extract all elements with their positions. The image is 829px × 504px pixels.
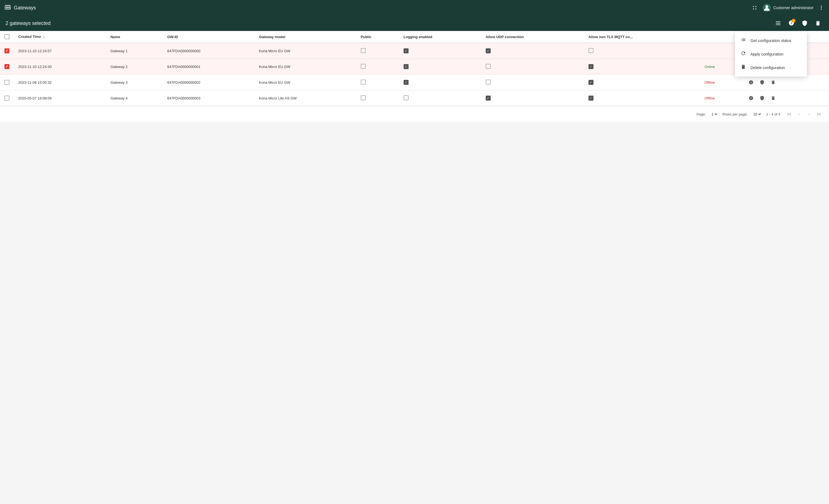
user-info[interactable]: Customer administrator [762,3,814,12]
row-allow-non-tls-checkbox[interactable] [588,95,593,101]
row-allow-udp-checkbox[interactable] [486,80,491,84]
pagination-range: 1 - 4 of 4 [766,112,780,116]
row-name: Gateway 4 [106,90,163,106]
prev-page-button[interactable]: ‹ [795,110,803,119]
svg-point-6 [765,5,768,8]
row-checkbox-cell[interactable] [0,90,14,106]
row-public[interactable] [356,90,399,106]
row-public[interactable] [356,59,399,75]
row-checkbox-cell[interactable] [0,75,14,90]
dropdown-item-apply-config-label: Apply configuration [751,52,783,56]
row-public[interactable] [356,75,399,90]
last-page-button[interactable]: ⏭ [815,110,824,119]
row-name: Gateway 1 [106,43,163,59]
row-info-icon[interactable] [747,78,755,87]
row-delete-icon[interactable] [769,78,778,87]
row-allow-udp-checkbox[interactable] [486,64,491,69]
dropdown-menu: Get configuration status Apply configura… [735,32,807,77]
row-logging-checkbox[interactable] [404,64,408,69]
row-allow-non-tls-checkbox[interactable] [588,64,593,69]
list-icon [741,37,746,44]
row-logging[interactable] [399,43,481,59]
row-logging[interactable] [399,75,481,90]
row-allow-non-tls[interactable] [584,90,700,106]
row-created-time: 2020-05-07 16:08:09 [14,90,106,106]
col-allow-non-tls[interactable]: Allow non TLS MQTT co... [584,31,700,43]
row-allow-udp[interactable] [481,43,584,59]
row-allow-udp[interactable] [481,59,584,75]
col-public[interactable]: Public [356,31,399,43]
row-allow-non-tls[interactable] [584,43,700,59]
col-gw-id[interactable]: GW-ID [163,31,255,43]
row-shield-icon[interactable] [758,94,766,103]
topnav-left: Gateways [4,4,36,11]
select-all-checkbox[interactable] [4,34,9,39]
row-public-checkbox[interactable] [361,80,366,84]
col-created-time[interactable]: Created Time ↓ [14,31,106,43]
row-allow-non-tls[interactable] [584,59,700,75]
svg-point-7 [821,6,822,7]
row-checkbox[interactable] [4,95,9,101]
dropdown-item-get-config-status[interactable]: Get configuration status [735,34,807,47]
user-name: Customer administrator [773,5,814,10]
col-name[interactable]: Name [106,31,163,43]
row-allow-udp[interactable] [481,75,584,90]
row-allow-udp[interactable] [481,90,584,106]
col-allow-udp-label: Allow UDP connection [486,35,524,39]
col-gateway-model[interactable]: Gateway model [255,31,356,43]
row-allow-non-tls-checkbox[interactable] [588,80,593,85]
rows-per-page-select[interactable]: 10 25 50 [752,112,762,117]
col-gw-id-label: GW-ID [167,35,178,39]
table-body: 2023-11-10 12:24:57Gateway 1647FDA000000… [0,43,829,106]
page-select[interactable]: 1 [711,112,718,117]
row-public-checkbox[interactable] [361,64,366,69]
next-page-button[interactable]: › [805,110,814,119]
selection-count: 2 gateways selected [5,21,50,26]
row-checkbox[interactable] [4,80,9,85]
row-created-time: 2023-11-10 12:24:30 [14,59,106,75]
row-public-checkbox[interactable] [361,48,366,53]
row-logging-checkbox[interactable] [404,48,408,53]
row-allow-non-tls[interactable] [584,75,700,90]
table-row: 2020-05-07 16:08:09Gateway 4647FDA000000… [0,90,829,106]
row-allow-udp-checkbox[interactable] [486,95,491,101]
row-created-time: 2023-11-08 15:05:32 [14,75,106,90]
row-checkbox[interactable] [4,48,9,53]
row-allow-udp-checkbox[interactable] [486,48,491,53]
svg-rect-3 [8,7,10,8]
row-gw-id: 647FDA0000000000 [163,43,255,59]
row-public[interactable] [356,43,399,59]
selection-list-icon[interactable] [772,18,784,29]
row-logging-checkbox[interactable] [404,95,408,100]
dropdown-item-delete-config[interactable]: Delete configuration [735,61,807,74]
row-logging[interactable] [399,90,481,106]
col-logging[interactable]: Logging enabled [399,31,481,43]
row-actions [742,75,829,90]
first-page-button[interactable]: ⏮ [785,110,794,119]
row-shield-icon[interactable] [758,78,766,87]
row-info-icon[interactable] [747,94,755,103]
dropdown-item-apply-config[interactable]: Apply configuration [735,47,807,61]
col-allow-udp[interactable]: Allow UDP connection [481,31,584,43]
trash-icon [741,64,746,71]
selection-shield-icon[interactable] [799,18,810,29]
row-checkbox[interactable] [4,64,9,69]
table-row: 2023-11-08 15:05:32Gateway 3647FDA000000… [0,75,829,90]
fullscreen-icon[interactable] [751,4,758,11]
selection-delete-icon[interactable] [813,18,824,29]
row-checkbox-cell[interactable] [0,59,14,75]
row-logging-checkbox[interactable] [404,80,408,85]
selection-config-icon[interactable]: 1 [786,18,797,29]
col-allow-non-tls-label: Allow non TLS MQTT co... [588,35,633,39]
col-public-label: Public [361,35,371,39]
row-public-checkbox[interactable] [361,95,366,100]
row-allow-non-tls-checkbox[interactable] [588,48,593,53]
row-delete-icon[interactable] [769,94,778,103]
gateways-icon [4,4,11,11]
pagination: Page: 1 Rows per page: 10 25 50 1 - 4 of… [0,106,829,122]
row-checkbox-cell[interactable] [0,43,14,59]
more-options-icon[interactable] [818,4,825,11]
row-logging[interactable] [399,59,481,75]
col-created-time-label: Created Time [18,35,41,39]
select-all-header[interactable] [0,31,14,43]
